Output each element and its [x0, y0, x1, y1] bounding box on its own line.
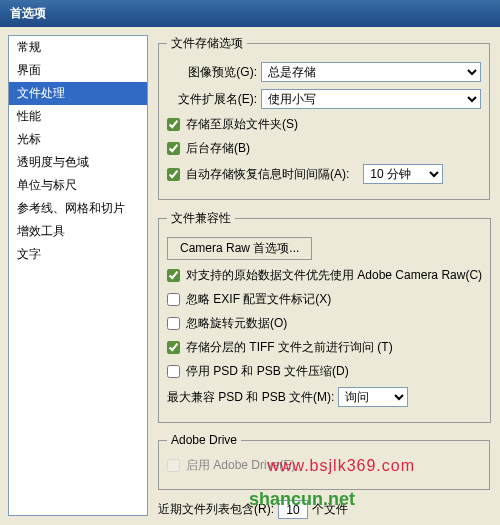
- sidebar-item-units[interactable]: 单位与标尺: [9, 174, 147, 197]
- ask-tiff-label: 存储分层的 TIFF 文件之前进行询问 (T): [186, 339, 393, 356]
- image-preview-label: 图像预览(G):: [177, 64, 257, 81]
- sidebar-item-transparency[interactable]: 透明度与色域: [9, 151, 147, 174]
- file-compat-group: 文件兼容性 Camera Raw 首选项... 对支持的原始数据文件优先使用 A…: [158, 210, 491, 423]
- background-save-label: 后台存储(B): [186, 140, 250, 157]
- ignore-exif-label: 忽略 EXIF 配置文件标记(X): [186, 291, 331, 308]
- disable-compression-label: 停用 PSD 和 PSB 文件压缩(D): [186, 363, 349, 380]
- file-compat-legend: 文件兼容性: [167, 210, 235, 227]
- sidebar-item-interface[interactable]: 界面: [9, 59, 147, 82]
- prefer-acr-label: 对支持的原始数据文件优先使用 Adobe Camera Raw(C): [186, 267, 482, 284]
- prefer-acr-checkbox[interactable]: [167, 269, 180, 282]
- save-original-label: 存储至原始文件夹(S): [186, 116, 298, 133]
- background-save-checkbox[interactable]: [167, 142, 180, 155]
- enable-adobe-drive-checkbox: [167, 459, 180, 472]
- save-original-checkbox[interactable]: [167, 118, 180, 131]
- sidebar-item-type[interactable]: 文字: [9, 243, 147, 266]
- ignore-exif-checkbox[interactable]: [167, 293, 180, 306]
- sidebar-item-cursors[interactable]: 光标: [9, 128, 147, 151]
- auto-save-label: 自动存储恢复信息时间间隔(A):: [186, 166, 349, 183]
- file-extension-select[interactable]: 使用小写: [261, 89, 481, 109]
- sidebar-item-performance[interactable]: 性能: [9, 105, 147, 128]
- auto-save-checkbox[interactable]: [167, 168, 180, 181]
- disable-compression-checkbox[interactable]: [167, 365, 180, 378]
- window-titlebar: 首选项: [0, 0, 500, 27]
- adobe-drive-legend: Adobe Drive: [167, 433, 241, 447]
- sidebar-item-general[interactable]: 常规: [9, 36, 147, 59]
- max-compat-select[interactable]: 询问: [338, 387, 408, 407]
- ignore-rotation-checkbox[interactable]: [167, 317, 180, 330]
- camera-raw-prefs-button[interactable]: Camera Raw 首选项...: [167, 237, 312, 260]
- sidebar-item-file-handling[interactable]: 文件处理: [9, 82, 147, 105]
- file-extension-label: 文件扩展名(E):: [177, 91, 257, 108]
- auto-save-interval-select[interactable]: 10 分钟: [363, 164, 443, 184]
- max-compat-label: 最大兼容 PSD 和 PSB 文件(M):: [167, 389, 334, 406]
- content-area: 常规 界面 文件处理 性能 光标 透明度与色域 单位与标尺 参考线、网格和切片 …: [0, 27, 500, 524]
- file-save-group: 文件存储选项 图像预览(G): 总是存储 文件扩展名(E): 使用小写 存储至原…: [158, 35, 490, 200]
- main-panel: 文件存储选项 图像预览(G): 总是存储 文件扩展名(E): 使用小写 存储至原…: [148, 27, 500, 524]
- sidebar-item-guides[interactable]: 参考线、网格和切片: [9, 197, 147, 220]
- file-save-legend: 文件存储选项: [167, 35, 247, 52]
- image-preview-select[interactable]: 总是存储: [261, 62, 481, 82]
- watermark-text-1: www.bsjlk369.com: [267, 457, 415, 475]
- sidebar-item-plugins[interactable]: 增效工具: [9, 220, 147, 243]
- category-sidebar: 常规 界面 文件处理 性能 光标 透明度与色域 单位与标尺 参考线、网格和切片 …: [8, 35, 148, 516]
- window-title: 首选项: [10, 6, 46, 20]
- watermark-text-2: shancun.net: [249, 489, 355, 510]
- ask-tiff-checkbox[interactable]: [167, 341, 180, 354]
- ignore-rotation-label: 忽略旋转元数据(O): [186, 315, 287, 332]
